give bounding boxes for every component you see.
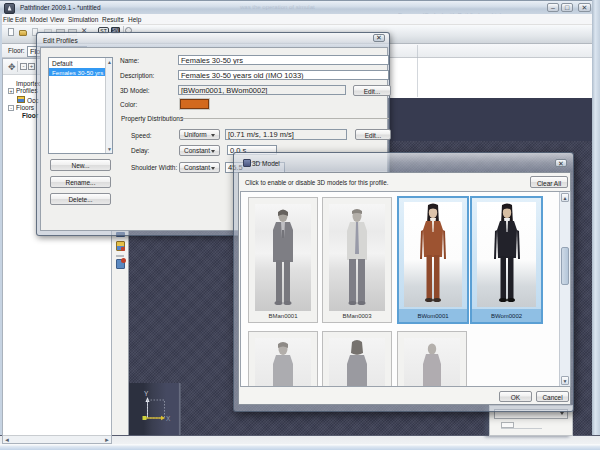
svg-text:Y: Y bbox=[144, 390, 149, 397]
svg-text:X: X bbox=[166, 415, 171, 422]
